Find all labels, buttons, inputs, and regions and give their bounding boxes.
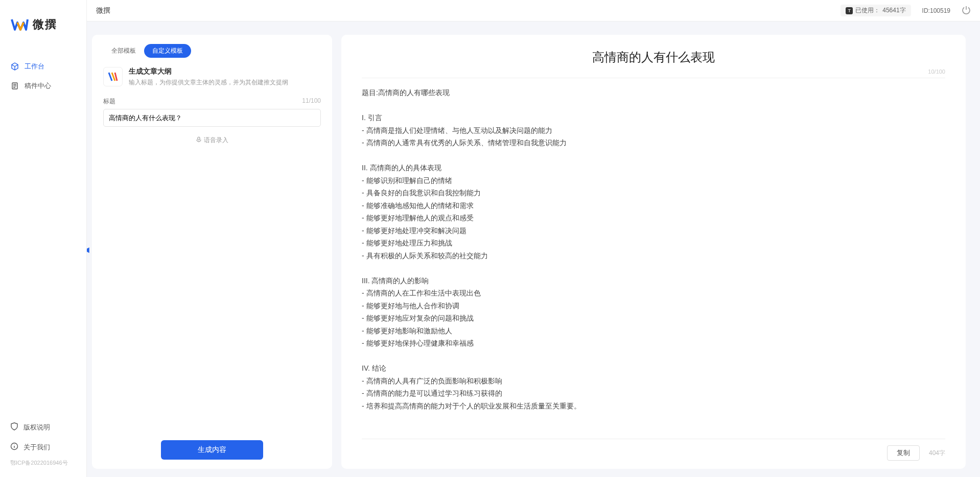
output-body: 题目:高情商的人有哪些表现 I. 引言 - 高情商是指人们处理情绪、与他人互动以…: [362, 86, 945, 412]
power-icon[interactable]: [962, 5, 971, 16]
template-desc: 输入标题，为你提供文章主体的灵感，并为其创建推文提纲: [129, 78, 288, 87]
page-title: 微撰: [96, 6, 110, 15]
topbar: 微撰 T 已使用：45641字 ID:100519: [87, 0, 980, 21]
nav-about-label: 关于我们: [24, 443, 50, 452]
tab-custom-templates[interactable]: 自定义模板: [144, 44, 191, 58]
nav-drafts[interactable]: 稿件中心: [0, 76, 86, 96]
output-title: 高情商的人有什么表现: [362, 49, 945, 65]
nav-drafts-label: 稿件中心: [25, 81, 51, 90]
usage-badge[interactable]: T 已使用：45641字: [841, 5, 911, 16]
logo: 微撰: [0, 0, 86, 44]
text-icon: T: [846, 7, 853, 14]
title-char-counter: 11/100: [302, 97, 321, 106]
user-id: ID:100519: [922, 7, 950, 14]
nav: 工作台 稿件中心: [0, 44, 86, 417]
voice-input-label: 语音录入: [204, 136, 228, 145]
usage-value: 45641字: [882, 6, 905, 15]
input-panel: 全部模板 自定义模板 生成文章大纲 输入标题，为你提供文章主体的灵感，并为其创建…: [92, 35, 332, 469]
info-icon: [10, 442, 18, 452]
title-input[interactable]: [103, 109, 321, 127]
output-panel: 高情商的人有什么表现 10/100 题目:高情商的人有哪些表现 I. 引言 - …: [341, 35, 966, 469]
template-tabs: 全部模板 自定义模板: [103, 44, 321, 58]
template-icon: [103, 67, 123, 86]
generate-button[interactable]: 生成内容: [161, 440, 263, 460]
mic-icon: [196, 137, 202, 144]
sidebar: 微撰 工作台 稿件中心 版权说明 关于我们 鄂ICP备2022016946号: [0, 0, 87, 477]
sidebar-footer: 版权说明 关于我们 鄂ICP备2022016946号: [0, 417, 86, 477]
icp-text: 鄂ICP备2022016946号: [0, 457, 86, 472]
template-title: 生成文章大纲: [129, 67, 288, 76]
collapse-handle[interactable]: ◀: [87, 245, 89, 254]
document-icon: [10, 81, 19, 90]
nav-workspace-label: 工作台: [25, 62, 44, 71]
title-label: 标题: [103, 97, 115, 106]
template-card: 生成文章大纲 输入标题，为你提供文章主体的灵感，并为其创建推文提纲: [103, 67, 321, 87]
tab-all-templates[interactable]: 全部模板: [103, 44, 144, 58]
brand-name: 微撰: [33, 17, 57, 32]
nav-copyright[interactable]: 版权说明: [0, 417, 86, 437]
voice-input-button[interactable]: 语音录入: [103, 136, 321, 145]
logo-icon: [10, 15, 29, 34]
nav-copyright-label: 版权说明: [24, 423, 50, 432]
word-count: 404字: [929, 449, 945, 458]
nav-about[interactable]: 关于我们: [0, 437, 86, 457]
svg-rect-2: [198, 137, 200, 140]
usage-label: 已使用：: [855, 6, 880, 15]
shield-icon: [10, 422, 18, 432]
cube-icon: [10, 62, 19, 71]
nav-workspace[interactable]: 工作台: [0, 57, 86, 76]
copy-button[interactable]: 复制: [887, 445, 920, 461]
output-title-counter: 10/100: [362, 69, 945, 78]
